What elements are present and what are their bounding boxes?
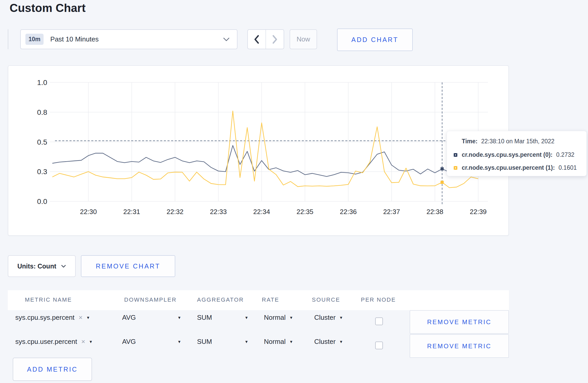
- downsampler-value: AVG: [122, 314, 136, 322]
- col-metric-name: METRIC NAME: [25, 296, 72, 303]
- svg-text:22:30: 22:30: [80, 208, 97, 216]
- col-rate: RATE: [262, 296, 279, 303]
- svg-text:22:35: 22:35: [297, 208, 313, 216]
- aggregator-value: SUM: [197, 314, 212, 322]
- chevron-down-icon: [223, 37, 230, 41]
- chevron-down-icon: [61, 265, 66, 268]
- chart-tooltip: Time: 22:38:10 on Mar 15th, 2022 cr.node…: [447, 131, 587, 176]
- clear-metric-icon[interactable]: ×: [79, 314, 82, 322]
- svg-text:0.0: 0.0: [37, 197, 47, 205]
- col-aggregator: AGGREGATOR: [197, 296, 244, 303]
- per-node-checkbox[interactable]: [375, 342, 383, 349]
- col-source: SOURCE: [312, 296, 340, 303]
- remove-metric-button[interactable]: REMOVE METRIC: [410, 310, 509, 334]
- rate-value: Normal: [264, 338, 286, 346]
- time-window-dropdown[interactable]: 10m Past 10 Minutes: [20, 29, 237, 49]
- tooltip-series-name: cr.node.sys.cpu.sys.percent (0):: [462, 151, 552, 158]
- svg-text:0.8: 0.8: [37, 108, 47, 116]
- svg-text:22:34: 22:34: [253, 208, 270, 216]
- caret-down-icon[interactable]: ▼: [86, 315, 90, 320]
- caret-down-icon[interactable]: ▼: [89, 339, 93, 344]
- tooltip-series-value: 0.1601: [558, 164, 577, 171]
- per-node-checkbox[interactable]: [375, 317, 383, 325]
- svg-text:22:39: 22:39: [470, 208, 487, 216]
- svg-text:0.5: 0.5: [37, 138, 47, 146]
- series-sys-marker-icon: [454, 153, 457, 157]
- rate-select[interactable]: Normal ▼: [264, 338, 293, 346]
- tooltip-series-value: 0.2732: [556, 151, 574, 158]
- aggregator-value: SUM: [197, 338, 212, 346]
- chevron-right-icon: [272, 35, 277, 44]
- units-label: Units: Count: [17, 263, 56, 270]
- clear-metric-icon[interactable]: ×: [81, 338, 85, 346]
- metric-name-value: sys.cpu.sys.percent: [15, 314, 74, 322]
- now-button[interactable]: Now: [290, 29, 317, 49]
- tooltip-time-value: 22:38:10 on Mar 15th, 2022: [481, 138, 555, 145]
- caret-down-icon: ▼: [289, 339, 293, 344]
- aggregator-select[interactable]: SUM ▼: [197, 314, 248, 322]
- metric-name-select[interactable]: sys.cpu.sys.percent × ▼: [15, 314, 90, 322]
- caret-down-icon: ▼: [244, 315, 248, 320]
- metric-name-select[interactable]: sys.cpu.user.percent × ▼: [15, 338, 93, 346]
- downsampler-select[interactable]: AVG ▼: [122, 314, 181, 322]
- svg-text:22:33: 22:33: [210, 208, 227, 216]
- metric-name-value: sys.cpu.user.percent: [15, 338, 77, 346]
- caret-down-icon: ▼: [177, 339, 181, 344]
- metrics-table-header: METRIC NAME DOWNSAMPLER AGGREGATOR RATE …: [8, 290, 509, 310]
- svg-text:22:36: 22:36: [340, 208, 357, 216]
- source-value: Cluster: [314, 314, 335, 322]
- svg-text:22:37: 22:37: [383, 208, 400, 216]
- svg-text:22:38: 22:38: [426, 208, 443, 216]
- series-user-marker-icon: [454, 166, 457, 170]
- caret-down-icon: ▼: [244, 339, 248, 344]
- downsampler-value: AVG: [122, 338, 136, 346]
- page-title: Custom Chart: [10, 2, 86, 15]
- time-pager: [247, 29, 284, 49]
- remove-chart-button[interactable]: REMOVE CHART: [81, 255, 175, 277]
- next-time-button[interactable]: [266, 30, 284, 49]
- caret-down-icon: ▼: [177, 315, 181, 320]
- svg-text:22:31: 22:31: [123, 208, 140, 216]
- caret-down-icon: ▼: [339, 339, 343, 344]
- source-select[interactable]: Cluster ▼: [314, 338, 343, 346]
- left-divider: [8, 29, 8, 49]
- time-window-label: Past 10 Minutes: [50, 35, 99, 43]
- aggregator-select[interactable]: SUM ▼: [197, 338, 248, 346]
- svg-text:0.3: 0.3: [37, 168, 47, 176]
- svg-text:1.0: 1.0: [37, 79, 47, 87]
- col-downsampler: DOWNSAMPLER: [124, 296, 177, 303]
- custom-chart-card[interactable]: 0.00.30.50.81.022:3022:3122:3222:3322:34…: [8, 65, 509, 236]
- rate-select[interactable]: Normal ▼: [264, 314, 293, 322]
- remove-metric-button[interactable]: REMOVE METRIC: [410, 334, 509, 358]
- tooltip-time-label: Time:: [462, 138, 478, 145]
- prev-time-button[interactable]: [248, 30, 266, 49]
- chevron-left-icon: [254, 35, 259, 44]
- rate-value: Normal: [264, 314, 286, 322]
- source-value: Cluster: [314, 338, 335, 346]
- svg-text:22:32: 22:32: [167, 208, 184, 216]
- timeseries-chart[interactable]: 0.00.30.50.81.022:3022:3122:3222:3322:34…: [8, 66, 509, 236]
- units-dropdown[interactable]: Units: Count: [8, 255, 76, 277]
- source-select[interactable]: Cluster ▼: [314, 314, 343, 322]
- downsampler-select[interactable]: AVG ▼: [122, 338, 181, 346]
- add-metric-button[interactable]: ADD METRIC: [13, 358, 92, 381]
- col-per-node: PER NODE: [361, 296, 396, 303]
- caret-down-icon: ▼: [289, 315, 293, 320]
- time-window-badge: 10m: [25, 34, 44, 45]
- tooltip-series-name: cr.node.sys.cpu.user.percent (1):: [462, 164, 555, 171]
- add-chart-button[interactable]: ADD CHART: [337, 29, 413, 51]
- caret-down-icon: ▼: [339, 315, 343, 320]
